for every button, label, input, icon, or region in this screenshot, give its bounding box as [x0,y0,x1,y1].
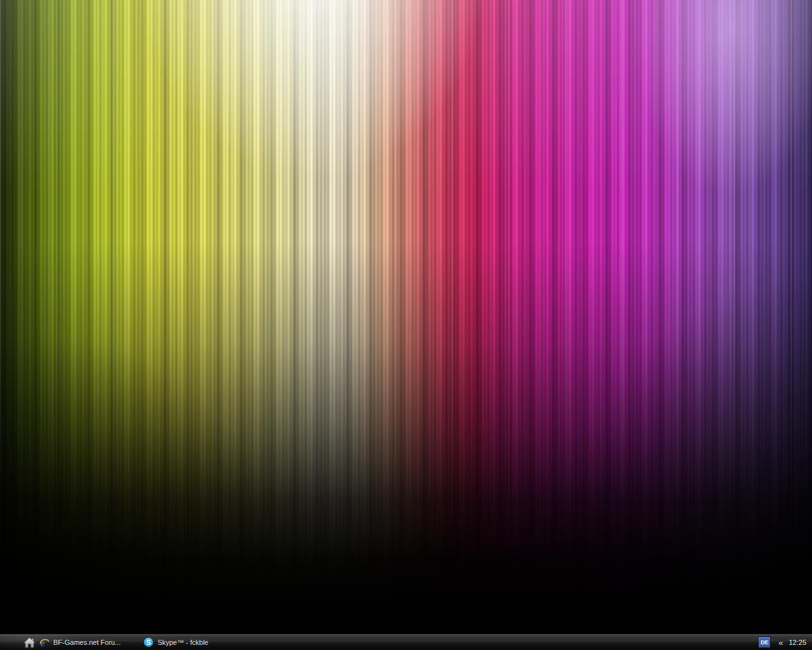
taskbar-clock[interactable]: 12:25 [789,639,806,646]
skype-icon: S [143,637,154,647]
desktop [0,0,812,634]
svg-text:e: e [41,638,45,648]
taskbar-button-label: BF-Games.net Foru... [53,639,121,646]
taskbar: e BF-Games.net Foru... S Skype™ - fckble… [0,634,812,650]
taskbar-button-label: Skype™ - fckble [157,639,208,646]
internet-explorer-icon: e [39,637,49,647]
tray-expand-chevron-icon[interactable]: « [778,639,783,647]
language-indicator[interactable]: DE [759,637,770,647]
svg-text:S: S [147,639,152,646]
taskbar-button-skype[interactable]: S Skype™ - fckble [140,635,212,650]
wallpaper-stripes [0,0,812,634]
start-button[interactable] [0,635,36,650]
system-tray: DE « 12:25 [759,635,812,650]
taskbar-button-bf-games[interactable]: e BF-Games.net Foru... [36,635,124,650]
home-icon [23,637,36,648]
